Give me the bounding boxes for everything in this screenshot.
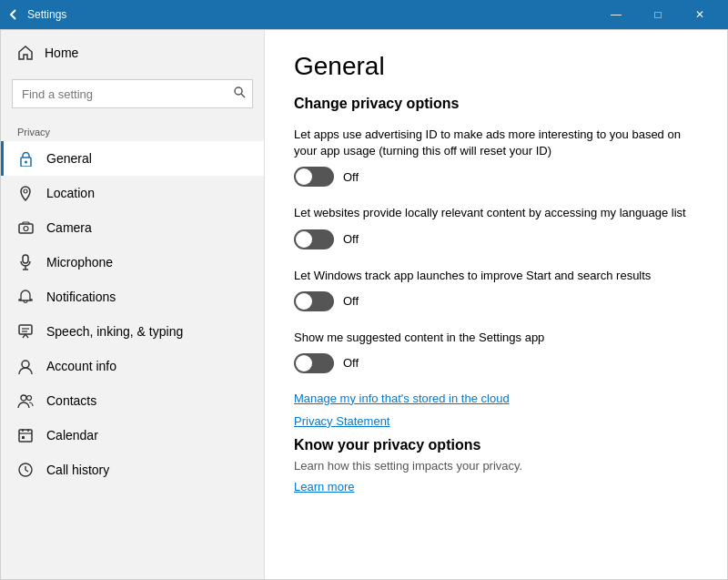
toggle-advertising-label: Off <box>343 170 359 184</box>
sidebar-item-calendar-label: Calendar <box>46 428 98 443</box>
privacy-option-suggested: Show me suggested content in the Setting… <box>294 330 698 373</box>
privacy-option-advertising-text: Let apps use advertising ID to make ads … <box>294 127 698 159</box>
toggle-websites-label: Off <box>343 232 359 246</box>
page-title: General <box>294 52 698 81</box>
minimize-button[interactable]: — <box>595 0 637 29</box>
toggle-row-advertising: Off <box>294 167 698 187</box>
sidebar-item-location[interactable]: Location <box>1 176 264 210</box>
calendar-icon <box>17 427 34 443</box>
home-label: Home <box>45 46 78 60</box>
sidebar-item-home[interactable]: Home <box>1 30 264 76</box>
svg-point-13 <box>22 361 29 368</box>
microphone-icon <box>17 254 34 270</box>
location-icon <box>17 185 34 201</box>
main-container: Home Privacy General <box>0 29 728 580</box>
sidebar-item-calendar[interactable]: Calendar <box>1 418 264 453</box>
sidebar-item-general[interactable]: General <box>1 141 264 176</box>
know-privacy-desc: Learn how this setting impacts your priv… <box>294 459 698 473</box>
title-bar-left: Settings <box>7 8 66 21</box>
search-icon <box>234 86 246 101</box>
sidebar-item-notifications-label: Notifications <box>46 290 116 304</box>
privacy-statement-link[interactable]: Privacy Statement <box>294 414 698 428</box>
privacy-section-label: Privacy <box>1 119 264 141</box>
sidebar-item-callhistory[interactable]: Call history <box>1 453 264 487</box>
account-icon <box>17 358 34 374</box>
sidebar-item-camera-label: Camera <box>46 220 92 235</box>
sidebar-item-general-label: General <box>46 151 92 166</box>
sidebar-item-location-label: Location <box>46 186 95 200</box>
sidebar-item-account[interactable]: Account info <box>1 349 264 383</box>
sidebar-item-notifications[interactable]: Notifications <box>1 280 264 314</box>
sidebar: Home Privacy General <box>1 30 265 579</box>
search-input[interactable] <box>12 79 253 108</box>
toggle-row-websites: Off <box>294 229 698 249</box>
sidebar-item-microphone[interactable]: Microphone <box>1 245 264 280</box>
svg-rect-20 <box>22 436 25 439</box>
callhistory-icon <box>17 462 34 478</box>
search-box[interactable] <box>12 79 253 108</box>
sidebar-item-microphone-label: Microphone <box>46 255 113 270</box>
svg-point-3 <box>25 160 27 163</box>
speech-icon <box>17 323 34 340</box>
svg-rect-5 <box>19 224 33 233</box>
camera-icon <box>17 219 34 236</box>
privacy-option-suggested-text: Show me suggested content in the Setting… <box>294 330 698 346</box>
privacy-option-tracking: Let Windows track app launches to improv… <box>294 268 698 311</box>
lock-icon <box>17 150 34 167</box>
privacy-option-websites: Let websites provide locally relevant co… <box>294 205 698 249</box>
sidebar-item-callhistory-label: Call history <box>46 463 109 477</box>
learn-more-link[interactable]: Learn more <box>294 480 698 494</box>
svg-line-1 <box>241 94 245 97</box>
sidebar-item-speech[interactable]: Speech, inking, & typing <box>1 314 264 349</box>
notifications-icon <box>17 289 34 305</box>
know-section: Know your privacy options Learn how this… <box>294 437 698 494</box>
toggle-suggested[interactable] <box>294 353 334 373</box>
toggle-tracking[interactable] <box>294 291 334 311</box>
change-privacy-heading: Change privacy options <box>294 96 698 112</box>
toggle-row-tracking: Off <box>294 291 698 311</box>
toggle-row-suggested: Off <box>294 353 698 373</box>
sidebar-item-camera[interactable]: Camera <box>1 210 264 245</box>
toggle-advertising[interactable] <box>294 167 334 187</box>
privacy-option-tracking-text: Let Windows track app launches to improv… <box>294 268 698 284</box>
window-controls: — □ ✕ <box>595 0 721 29</box>
title-bar: Settings — □ ✕ <box>0 0 728 29</box>
close-button[interactable]: ✕ <box>679 0 721 29</box>
sidebar-item-speech-label: Speech, inking, & typing <box>46 324 183 339</box>
svg-point-0 <box>235 87 242 95</box>
toggle-suggested-label: Off <box>343 356 359 370</box>
sidebar-item-contacts-label: Contacts <box>46 393 96 408</box>
toggle-websites[interactable] <box>294 229 334 249</box>
back-button[interactable] <box>7 8 20 21</box>
svg-point-4 <box>24 189 27 193</box>
maximize-button[interactable]: □ <box>637 0 679 29</box>
privacy-option-websites-text: Let websites provide locally relevant co… <box>294 205 698 221</box>
sidebar-item-contacts[interactable]: Contacts <box>1 383 264 418</box>
svg-point-6 <box>24 227 28 231</box>
app-title: Settings <box>27 8 66 21</box>
contacts-icon <box>17 392 34 409</box>
svg-point-15 <box>27 396 32 401</box>
privacy-option-advertising: Let apps use advertising ID to make ads … <box>294 127 698 187</box>
home-icon <box>17 45 34 61</box>
svg-rect-16 <box>19 430 32 442</box>
toggle-tracking-label: Off <box>343 294 359 308</box>
svg-point-14 <box>21 395 26 401</box>
sidebar-item-account-label: Account info <box>46 359 116 373</box>
content-area: General Change privacy options Let apps … <box>265 30 727 579</box>
cloud-info-link[interactable]: Manage my info that's stored in the clou… <box>294 392 698 405</box>
know-privacy-heading: Know your privacy options <box>294 437 698 453</box>
svg-rect-7 <box>23 255 28 263</box>
svg-rect-10 <box>19 325 32 334</box>
